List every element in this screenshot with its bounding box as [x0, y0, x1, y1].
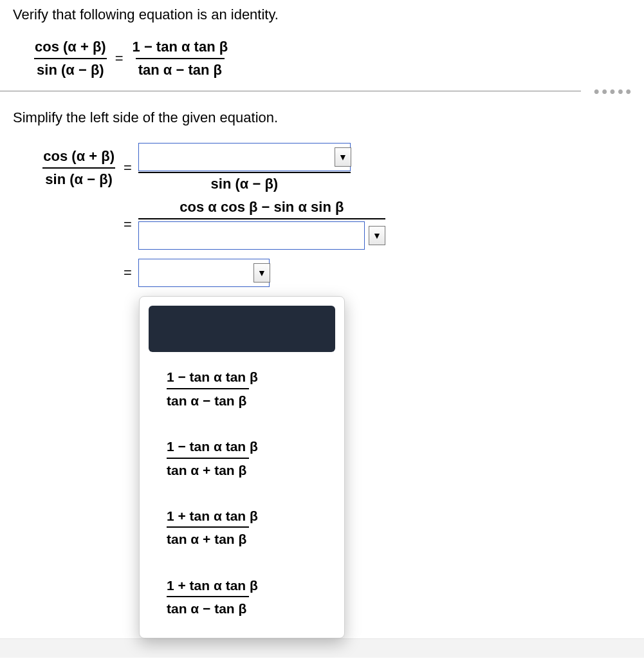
- option-2-den: tan α + tan β: [167, 458, 249, 479]
- simplify-instruction: Simplify the left side of the given equa…: [13, 109, 631, 126]
- step1-lhs-num: cos (α + β): [41, 147, 117, 167]
- rhs-numerator: 1 − tan α tan β: [130, 37, 231, 58]
- step3-options-popup: 1 − tan α tan β tan α − tan β 1 − tan α …: [139, 296, 345, 638]
- step1-equals: =: [124, 160, 132, 176]
- step1-lhs-den: sin (α − β): [42, 167, 115, 189]
- equals-sign: =: [115, 50, 124, 67]
- chevron-down-icon[interactable]: ▼: [335, 147, 351, 167]
- chevron-down-icon[interactable]: ▼: [253, 263, 270, 283]
- step-3-row: = ▼: [28, 259, 631, 287]
- identity-equation: cos (α + β) sin (α − β) = 1 − tan α tan …: [32, 37, 631, 79]
- lhs-numerator: cos (α + β): [32, 37, 109, 58]
- option-1-den: tan α − tan β: [167, 388, 249, 410]
- footer-bar: [0, 638, 644, 658]
- step1-rhs-den: sin (α − β): [138, 172, 351, 192]
- option-3-num: 1 + tan α tan β: [167, 506, 261, 526]
- option-3-den: tan α + tan β: [167, 526, 249, 548]
- problem-prompt: Verify that following equation is an ide…: [13, 6, 631, 23]
- option-3[interactable]: 1 + tan α tan β tan α + tan β: [149, 506, 335, 549]
- step-2-row: = cos α cos β − sin α sin β ▼: [28, 199, 631, 250]
- section-divider: •••••: [0, 91, 644, 91]
- option-4-den: tan α − tan β: [167, 596, 249, 618]
- lhs-denominator: sin (α − β): [34, 58, 107, 80]
- step-1-row: cos (α + β) sin (α − β) = ▼ sin (α − β): [28, 143, 631, 192]
- option-1-num: 1 − tan α tan β: [167, 367, 261, 387]
- step3-equals: =: [124, 265, 132, 281]
- step2-numerator: cos α cos β − sin α sin β: [138, 199, 385, 218]
- step2-equals: =: [124, 216, 132, 233]
- rhs-denominator: tan α − tan β: [136, 58, 225, 80]
- step2-denominator-select[interactable]: [138, 221, 365, 250]
- option-1[interactable]: 1 − tan α tan β tan α − tan β: [149, 367, 335, 410]
- option-selected-blank[interactable]: [149, 306, 335, 352]
- option-2-num: 1 − tan α tan β: [167, 437, 261, 457]
- step3-result-select[interactable]: ▼: [138, 259, 270, 287]
- option-4-num: 1 + tan α tan β: [167, 576, 261, 596]
- chevron-down-icon[interactable]: ▼: [369, 226, 385, 245]
- option-4[interactable]: 1 + tan α tan β tan α − tan β: [149, 576, 335, 618]
- step1-numerator-select[interactable]: ▼: [138, 143, 351, 171]
- option-2[interactable]: 1 − tan α tan β tan α + tan β: [149, 437, 335, 479]
